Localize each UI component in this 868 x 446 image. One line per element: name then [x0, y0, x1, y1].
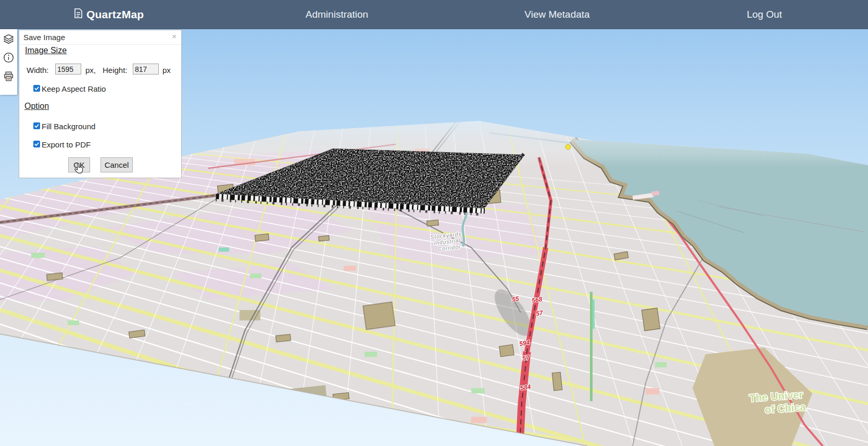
export-pdf-label: Export to PDF: [42, 140, 91, 149]
nav-administration[interactable]: Administration: [306, 0, 368, 29]
app-brand[interactable]: QuartzMap: [74, 0, 144, 29]
width-label: Width:: [27, 66, 49, 75]
quartzmap-app: { "navbar": { "brand": "QuartzMap", "ite…: [0, 0, 868, 446]
dialog-title: Save Image: [23, 33, 65, 42]
document-icon: [74, 8, 82, 20]
option-heading: Option: [24, 102, 49, 111]
image-size-heading: Image Size: [25, 46, 67, 55]
height-label: Height:: [103, 66, 128, 75]
close-icon[interactable]: ×: [172, 32, 177, 40]
height-input[interactable]: [133, 64, 159, 75]
poi-marker[interactable]: [565, 144, 571, 150]
ok-button[interactable]: OK: [68, 157, 90, 172]
save-image-dialog: Save Image × Image Size Width: px, Heigh…: [19, 30, 182, 178]
width-unit: px,: [85, 66, 96, 75]
info-icon[interactable]: [3, 52, 14, 63]
top-navbar: QuartzMap Administration View Metadata L…: [0, 0, 868, 29]
layers-icon[interactable]: [3, 33, 14, 44]
map-toolbar: [0, 29, 17, 95]
print-icon[interactable]: [3, 71, 14, 82]
height-unit: px: [162, 66, 171, 75]
fill-background-checkbox[interactable]: [33, 122, 40, 129]
fill-background-label: Fill Background: [42, 122, 95, 131]
keep-aspect-label: Keep Aspect Ratio: [42, 84, 106, 93]
nav-view-metadata[interactable]: View Metadata: [524, 0, 589, 29]
width-input[interactable]: [55, 64, 81, 75]
nav-log-out[interactable]: Log Out: [747, 0, 782, 29]
keep-aspect-checkbox[interactable]: [33, 85, 40, 92]
route-shield: 55: [511, 295, 520, 303]
app-title: QuartzMap: [86, 8, 144, 21]
export-pdf-checkbox[interactable]: [33, 141, 40, 147]
cancel-button[interactable]: Cancel: [100, 157, 133, 172]
title-divider: [19, 44, 181, 45]
